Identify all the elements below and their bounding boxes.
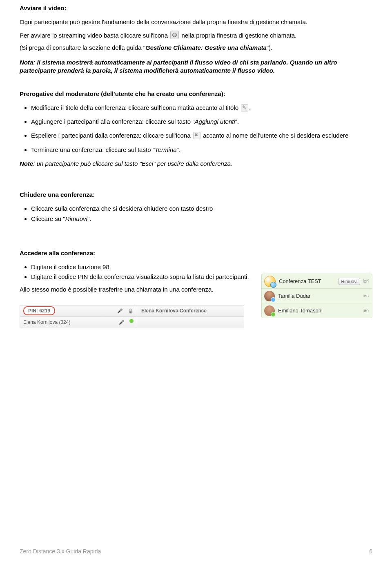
text-em: Termina [155,146,177,153]
contact-name: Emiliano Tomasoni [278,307,360,314]
conference-row[interactable]: Tamilla Dudar ieri [262,289,372,303]
heading-accedere: Accedere alla conferenza: [20,249,372,257]
guide-ref: Gestione Chiamate: Gestire una chiamata [145,44,267,51]
empty-cell [137,317,244,328]
group-avatar-icon [264,276,276,287]
list-item: Terminare una conferenza: cliccare sul t… [31,146,372,154]
timestamp: ieri [363,308,369,314]
text: ". [235,118,239,125]
pin-chip: PIN: 6219 [23,306,55,315]
streaming-paragraph: Per avviare lo streaming video basta cli… [20,31,372,40]
participant-icons [119,319,134,325]
text: nella propria finestra di gestione chiam… [181,32,296,39]
list-item: Modificare il titolo della conferenza: c… [31,104,372,112]
close-icon [193,132,200,139]
rimuovi-button[interactable]: Rimuovi [339,278,361,285]
lock-icon[interactable] [128,308,134,314]
timestamp: ieri [363,278,369,284]
heading-prerogative: Prerogative del moderatore (dell'utente … [20,90,372,98]
conference-list-widget: Conferenza TEST Rimuovi ieri Tamilla Dud… [261,274,372,318]
text: ". [87,215,91,222]
conference-row[interactable]: Emiliano Tomasoni ieri [262,303,372,318]
text: Per avviare lo streaming video basta cli… [20,32,168,39]
text-em: Aggiungi utenti [195,118,235,125]
document-page: { "h_avviare": "Avviare il video:", "p_i… [0,0,392,566]
mic-icon[interactable] [117,308,123,314]
heading-avviare-video: Avviare il video: [20,4,372,12]
conference-name: Conferenza TEST [279,278,337,285]
text: Aggiungere i partecipanti alla conferenz… [31,118,195,125]
camera-icon [170,31,179,39]
avatar [264,305,275,316]
footer-title: Zero Distance 3.x Guida Rapida [20,548,101,555]
timestamp: ieri [363,293,369,299]
conference-row[interactable]: Conferenza TEST Rimuovi ieri [262,274,372,289]
participant-row: Elena Kornilova (324) [20,317,244,328]
presence-dot-icon [129,319,134,323]
page-number: 6 [369,548,372,555]
note-participant: Note: un partecipante può cliccare sul t… [20,160,372,168]
intro-paragraph: Ogni partecipante può gestire l'andament… [20,18,372,26]
text: : un partecipante può cliccare sul tasto… [33,160,232,167]
nota-paragraph: Nota: Il sistema mostrerà automaticament… [20,58,372,75]
list-item: Digitare il codice funzione 98 [31,263,372,271]
list-item: Aggiungere i partecipanti alla conferenz… [31,118,372,126]
moderator-list: Modificare il titolo della conferenza: c… [20,104,372,154]
contact-name: Tamilla Dudar [278,292,360,300]
chiudere-list: Cliccare sulla conferenza che si desider… [20,205,260,223]
list-item: Cliccare sulla conferenza che si desider… [31,205,260,213]
presence-dot-icon [271,312,276,317]
presence-dot-icon [271,297,276,302]
list-item: Espellere i partecipanti dalla conferenz… [31,131,372,140]
text: Espellere i partecipanti dalla conferenz… [31,132,191,139]
pin-widget: PIN: 6219 Elena Kornilova Conference Ele… [20,305,244,328]
text: ". [177,146,181,153]
pin-header-row: PIN: 6219 Elena Kornilova Conference [20,305,244,317]
text: . [249,104,251,111]
text: Cliccare su " [31,215,65,222]
note-label: Note [20,160,33,167]
conference-title: Elena Kornilova Conference [137,305,244,316]
text: accanto al nome dell'utente che si desid… [203,132,348,139]
consult-paragraph: (Si prega di consultare la sezione della… [20,44,372,52]
mic-icon[interactable] [119,319,125,325]
text: (Si prega di consultare la sezione della… [20,44,145,51]
text: "). [267,44,273,51]
text-em: Rimuovi [65,215,87,222]
page-footer: Zero Distance 3.x Guida Rapida 6 [20,548,372,555]
pin-left-cell: PIN: 6219 [20,305,137,316]
heading-chiudere: Chiudere una conferenza: [20,191,372,199]
text: Terminare una conferenza: cliccare sul t… [31,146,155,153]
participant-cell: Elena Kornilova (324) [20,317,137,328]
participant-name: Elena Kornilova (324) [23,319,70,325]
pin-header-icons [117,308,134,314]
pencil-icon [241,104,248,111]
text: Modificare il titolo della conferenza: c… [31,104,238,111]
list-item: Cliccare su "Rimuovi". [31,215,260,223]
avatar [264,291,275,301]
